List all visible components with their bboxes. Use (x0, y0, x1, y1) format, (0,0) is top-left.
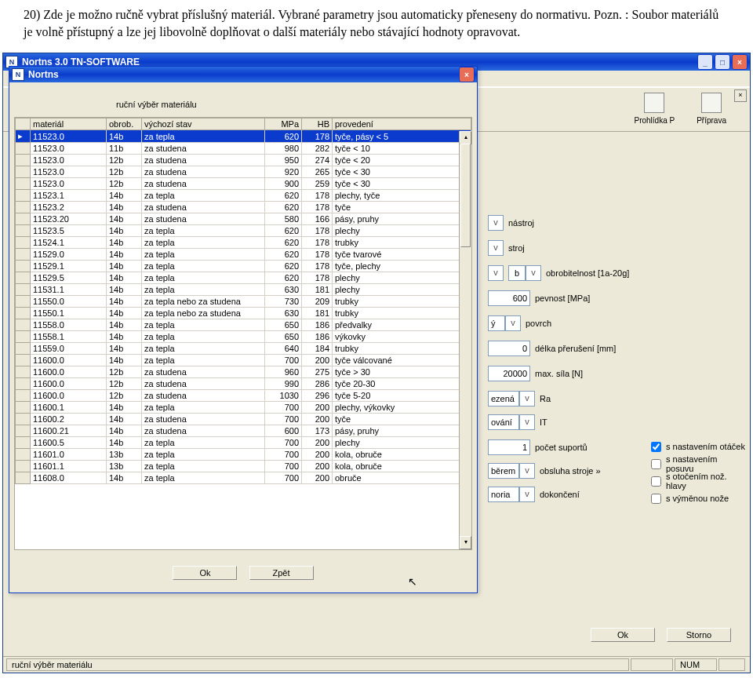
obsluha-text[interactable]: běrem (488, 463, 519, 479)
table-row[interactable]: 11550.014bza tepla nebo za studena730209… (16, 296, 471, 308)
minimize-button[interactable]: _ (697, 54, 713, 70)
col-material[interactable]: materiál (31, 118, 107, 130)
dialog-icon: N (12, 68, 24, 81)
table-row[interactable]: 11600.012bza studena1030296tyče 5-20 (16, 390, 471, 402)
dokon-text[interactable]: noria (488, 487, 519, 502)
dialog-title: Nortns (28, 69, 59, 80)
suporty-input[interactable]: 1 (488, 439, 530, 455)
obr-label: obrobitelnost [1a-20g] (546, 268, 629, 278)
scroll-up-icon[interactable]: ▴ (460, 131, 471, 144)
chk-otacky[interactable]: s nastavením otáček (651, 439, 745, 454)
table-row[interactable]: 11531.114bza tepla630181plechy (16, 284, 471, 296)
table-row[interactable]: 11600.012bza studena990286tyče 20-30 (16, 378, 471, 390)
obr-combo[interactable]: v (488, 265, 504, 281)
table-row[interactable]: 11600.514bza tepla700200plechy (16, 437, 471, 449)
form-ok-button[interactable]: Ok (591, 628, 655, 642)
toolbar-prohlidka[interactable]: Prohlídka P (635, 93, 675, 125)
table-row[interactable]: 11558.014bza tepla650186předvalky (16, 319, 471, 331)
table-row[interactable]: 11523.2014bza studena580166pásy, pruhy (16, 213, 471, 225)
close-button[interactable]: × (732, 54, 748, 70)
povrch-label: povrch (526, 319, 551, 328)
material-grid[interactable]: materiál obrob. výchozí stav MPa HB prov… (14, 117, 472, 550)
maximize-button[interactable]: □ (715, 54, 730, 70)
chk-posuv[interactable]: s nastavením posuvu (651, 457, 745, 471)
material-dialog: N Nortns × ruční výběr materiálu materiá… (9, 66, 478, 593)
dialog-header-label: ruční výběr materiálu (14, 87, 472, 117)
obr-b[interactable]: b (508, 265, 526, 281)
obsluha-label: obsluha stroje » (540, 466, 601, 476)
table-row[interactable]: 11600.012bza studena960275tyče > 30 (16, 366, 471, 378)
status-left: ruční výběr materiálu (6, 658, 629, 671)
table-row[interactable]: 11600.014bza tepla700200tyče válcované (16, 355, 471, 366)
table-row[interactable]: 11600.114bza tepla700200plechy, výkovky (16, 402, 471, 414)
table-row[interactable]: ▸11523.014bza tepla620178tyče, pásy < 5 (16, 130, 471, 143)
table-row[interactable]: 11529.014bza tepla620178tyče tvarové (16, 249, 471, 261)
cursor-icon: ↖ (408, 575, 417, 588)
col-hb[interactable]: HB (302, 118, 333, 130)
table-row[interactable]: 11524.114bza tepla620178trubky (16, 237, 471, 249)
table-row[interactable]: 11529.114bza tepla620178tyče, plechy (16, 261, 471, 272)
povrch-text[interactable]: ý (488, 315, 505, 331)
nastroj-label: nástroj (508, 218, 534, 228)
dokon-combo[interactable]: v (519, 487, 535, 502)
dialog-ok-button[interactable]: Ok (173, 566, 237, 580)
magnifier-icon (644, 93, 664, 113)
it-label: IT (540, 417, 547, 427)
ra-text[interactable]: ezená (488, 391, 519, 407)
sila-label: max. síla [N] (535, 369, 583, 378)
dialog-close-button[interactable]: × (459, 67, 475, 82)
delka-label: délka přerušení [mm] (535, 344, 616, 353)
table-row[interactable]: 11550.114bza tepla nebo za studena630181… (16, 308, 471, 319)
table-row[interactable]: 11523.011bza studena980282tyče < 10 (16, 143, 471, 155)
povrch-combo[interactable]: v (505, 315, 521, 331)
dialog-back-button[interactable]: Zpět (249, 566, 314, 580)
ra-label: Ra (540, 394, 551, 403)
it-text[interactable]: ování (488, 414, 519, 430)
dokon-label: dokončení (540, 490, 580, 499)
it-combo[interactable]: v (519, 414, 535, 430)
chk-vymena[interactable]: s výměnou nože (651, 491, 745, 505)
pencil-icon (701, 93, 722, 113)
stroj-combo[interactable]: v (488, 240, 504, 256)
table-row[interactable]: 11600.2114bza studena600173pásy, pruhy (16, 425, 471, 437)
form-storno-button[interactable]: Storno (667, 628, 731, 642)
status-num: NUM (675, 658, 717, 671)
dialog-titlebar: N Nortns × (9, 67, 477, 82)
table-row[interactable]: 11558.114bza tepla650186výkovky (16, 331, 471, 343)
table-row[interactable]: 11601.013bza tepla700200kola, obruče (16, 449, 471, 461)
chk-otoceni[interactable]: s otočením nož. hlavy (651, 474, 745, 488)
table-row[interactable]: 11608.014bza tepla700200obruče (16, 472, 471, 484)
document-paragraph: 20) Zde je možno ručně vybrat příslušný … (0, 0, 753, 53)
table-row[interactable]: 11601.113bza tepla700200kola, obruče (16, 461, 471, 472)
grid-scrollbar[interactable]: ▴ ▾ (459, 131, 471, 549)
delka-input[interactable]: 0 (488, 341, 530, 356)
col-stav[interactable]: výchozí stav (142, 118, 265, 130)
sila-input[interactable]: 20000 (488, 366, 530, 381)
nastroj-combo[interactable]: v (488, 215, 504, 231)
table-row[interactable]: 11523.214bza studena620178tyče (16, 202, 471, 213)
toolbar-priprava[interactable]: Příprava (697, 93, 726, 125)
toolbar-close-button[interactable]: × (734, 89, 747, 102)
ra-combo[interactable]: v (519, 391, 535, 407)
col-obrob[interactable]: obrob. (107, 118, 142, 130)
scroll-thumb[interactable] (460, 144, 471, 247)
obr-b-combo[interactable]: v (526, 265, 541, 281)
table-row[interactable]: 11600.214bza studena700200tyče (16, 414, 471, 425)
app-window: N Nortns 3.0 TN-SOFTWARE _ □ × Pomůcky N… (2, 53, 751, 673)
pevnost-input[interactable]: 600 (488, 290, 530, 306)
stroj-label: stroj (508, 243, 525, 253)
col-provedeni[interactable]: provedení (333, 118, 471, 130)
suporty-label: počet suportů (535, 443, 587, 452)
table-row[interactable]: 11523.114bza tepla620178plechy, tyče (16, 190, 471, 202)
col-mpa[interactable]: MPa (265, 118, 302, 130)
table-row[interactable]: 11523.514bza tepla620178plechy (16, 225, 471, 237)
table-row[interactable]: 11523.012bza studena900259tyče < 30 (16, 178, 471, 190)
table-row[interactable]: 11559.014bza tepla640184trubky (16, 343, 471, 355)
table-row[interactable]: 11523.012bza studena920265tyče < 30 (16, 166, 471, 178)
grid-row-header (16, 118, 31, 130)
table-row[interactable]: 11529.514bza tepla620178plechy (16, 272, 471, 284)
scroll-down-icon[interactable]: ▾ (460, 536, 471, 549)
table-row[interactable]: 11523.012bza studena950274tyče < 20 (16, 155, 471, 166)
obsluha-combo[interactable]: v (519, 463, 535, 479)
pevnost-label: pevnost [MPa] (535, 293, 590, 303)
